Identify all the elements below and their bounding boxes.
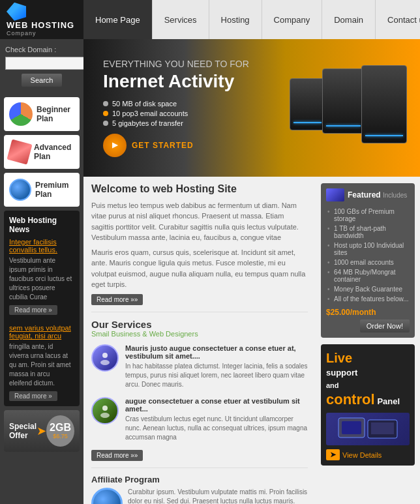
live-support: Live support and control Panel: [321, 344, 415, 466]
search-button[interactable]: Search: [22, 74, 63, 87]
featured-price: $25.00/month: [326, 308, 376, 317]
featured-list: 100 GBs of Premium storage1 TB of shart-…: [326, 207, 410, 304]
svg-point-0: [102, 353, 108, 358]
plan-item-advanced-plan[interactable]: Advanced Plan: [4, 135, 80, 169]
featured-header: Featured Includes: [326, 188, 410, 201]
server-3: [361, 65, 407, 143]
special-offer: Special Offer ➤ 2GB $6.75: [4, 410, 80, 452]
plan-name-1: Advanced Plan: [34, 143, 74, 161]
our-services: Our Services Smail Business & Web Design…: [91, 319, 308, 461]
view-details[interactable]: ➤ View Details: [326, 449, 410, 460]
nav-item-home-page[interactable]: Home Page: [83, 0, 153, 39]
featured-title: Featured: [348, 190, 381, 200]
plan-item-beginner-plan[interactable]: Beginner Plan: [4, 97, 80, 131]
view-details-label: View Details: [342, 451, 382, 459]
domain-checker: Check Domain : .com Search: [0, 39, 83, 93]
news-text-2: fringilla ante, id viverra urna lacus at…: [9, 342, 74, 388]
offer-gb: 2GB: [50, 422, 71, 433]
news-title: Web Hosting News: [9, 216, 74, 234]
content-area: EVERYTHING YOU NEED TO FOR Inernet Activ…: [83, 39, 420, 504]
hero-title: Inernet Activity: [103, 72, 249, 92]
svg-point-3: [100, 413, 110, 418]
services-read-more[interactable]: Read more »: [91, 450, 143, 461]
affiliate-text: Curabitur ipsum. Vestibulum vulputate ma…: [128, 488, 308, 504]
plans-list: Beginner PlanAdvanced PlanPremium Plan: [0, 97, 83, 207]
service-content-0: Mauris justo augue consectetuer a conse …: [125, 344, 308, 389]
get-started-label: GET STARTED: [132, 141, 194, 150]
logo-subtitle: Company: [7, 30, 74, 37]
logo-title: WEB HOSTING: [7, 21, 74, 30]
nav-item-company[interactable]: Company: [262, 0, 323, 39]
svg-rect-7: [371, 422, 394, 434]
welcome-title: Welcome to web Hosting Site: [91, 183, 308, 195]
news-read-more-1[interactable]: Read more »: [9, 305, 57, 315]
nav-link-2[interactable]: Hosting: [209, 0, 262, 39]
nav-link-4[interactable]: Domain: [322, 0, 376, 39]
content-aside: Featured Includes 100 GBs of Premium sto…: [316, 177, 420, 504]
service-items: Mauris justo augue consectetuer a conse …: [91, 344, 308, 442]
nav-link-1[interactable]: Services: [153, 0, 209, 39]
support-visual: [326, 413, 410, 445]
service-avatar-0: [91, 344, 119, 372]
hero-text: EVERYTHING YOU NEED TO FOR Inernet Activ…: [103, 59, 249, 157]
service-body-1: Cras vestibulum lectus eget nunc. Ut tin…: [125, 415, 308, 442]
get-started-button[interactable]: ▶: [103, 134, 127, 157]
service-item-0: Mauris justo augue consectetuer a conse …: [91, 344, 308, 389]
service-content-1: augue consectetuer a conse etuer at vest…: [125, 397, 308, 442]
featured-item-5: Money Back Guarantee: [326, 284, 410, 294]
offer-label: Special Offer: [9, 422, 37, 440]
affiliate-title: Affiliate Program: [91, 475, 308, 484]
nav-item-domain[interactable]: Domain: [322, 0, 376, 39]
order-button[interactable]: Order Now!: [360, 319, 410, 333]
services-title: Our Services: [91, 319, 308, 330]
service-title-0: Mauris justo augue consectetuer a conse …: [125, 344, 308, 360]
beginner-icon: [9, 102, 33, 126]
nav-link-0[interactable]: Home Page: [83, 0, 153, 39]
welcome-read-more[interactable]: Read more »: [91, 294, 143, 305]
hero-servers: [290, 65, 407, 150]
featured-item-3: 1000 email accounts: [326, 258, 410, 267]
featured-item-2: Host upto 100 Individual sites: [326, 241, 410, 258]
offer-arrow-icon: ➤: [37, 424, 46, 438]
hero-features: 50 MB of disk space 10 pop3 email accoun…: [103, 100, 249, 127]
nav-item-services[interactable]: Services: [153, 0, 209, 39]
main-nav: Home PageServicesHostingCompanyDomainCon…: [83, 0, 420, 39]
featured-item-6: All of the features below...: [326, 294, 410, 304]
news-link-2[interactable]: sem varius volutpat feugiat, nisi arcu: [9, 324, 74, 340]
affiliate-globe-icon: [91, 488, 123, 504]
nav-item-hosting[interactable]: Hosting: [209, 0, 262, 39]
welcome-para-2: Mauris eros quam, cursus quis, scelerisq…: [91, 247, 308, 290]
services-subtitle: Smail Business & Web Designers: [91, 330, 308, 338]
news-read-more-2[interactable]: Read more »: [9, 391, 57, 401]
featured-item-0: 100 GBs of Premium storage: [326, 207, 410, 224]
news-link-1[interactable]: Integer facilisis convallis tellus.: [9, 238, 74, 254]
news-text-1: Vestibulum ante ipsum primis in faucibus…: [9, 256, 74, 302]
affiliate-section: Affiliate Program Curabitur ipsum. Vesti…: [91, 475, 308, 504]
nav-item-contact-us[interactable]: Contact us: [376, 0, 420, 39]
logo: WEB HOSTING Company: [0, 0, 83, 42]
advanced-icon: [7, 139, 32, 164]
featured-item-1: 1 TB of shart-path bandwidth: [326, 224, 410, 241]
svg-rect-5: [342, 421, 361, 434]
plan-name-2: Premium Plan: [35, 181, 74, 199]
affiliate-inner: Curabitur ipsum. Vestibulum vulputate ma…: [91, 488, 308, 504]
service-avatar-1: [91, 397, 119, 424]
service-body-0: In hac habitasse platea dictumst. Intege…: [125, 362, 308, 389]
domain-input[interactable]: [5, 57, 95, 70]
featured-box: Featured Includes 100 GBs of Premium sto…: [321, 183, 415, 338]
news-box: Web Hosting News Integer facilisis conva…: [4, 211, 80, 406]
domain-label: Check Domain :: [5, 46, 78, 53]
logo-text: WEB HOSTING Company: [7, 21, 74, 37]
svg-point-1: [100, 360, 110, 365]
service-title-1: augue consectetuer a conse etuer at vest…: [125, 397, 308, 413]
welcome-section: Welcome to web Hosting Site Puis metus l…: [91, 183, 308, 305]
logo-icon: [7, 3, 26, 21]
offer-badge: 2GB $6.75: [46, 415, 74, 447]
nav-link-5[interactable]: Contact us: [376, 0, 420, 39]
premium-icon: [9, 179, 31, 201]
content-main: Welcome to web Hosting Site Puis metus l…: [83, 177, 420, 504]
plan-item-premium-plan[interactable]: Premium Plan: [4, 173, 80, 207]
nav-link-3[interactable]: Company: [262, 0, 323, 39]
view-arrow-icon: ➤: [326, 449, 340, 460]
plan-name-0: Beginner Plan: [37, 105, 74, 123]
